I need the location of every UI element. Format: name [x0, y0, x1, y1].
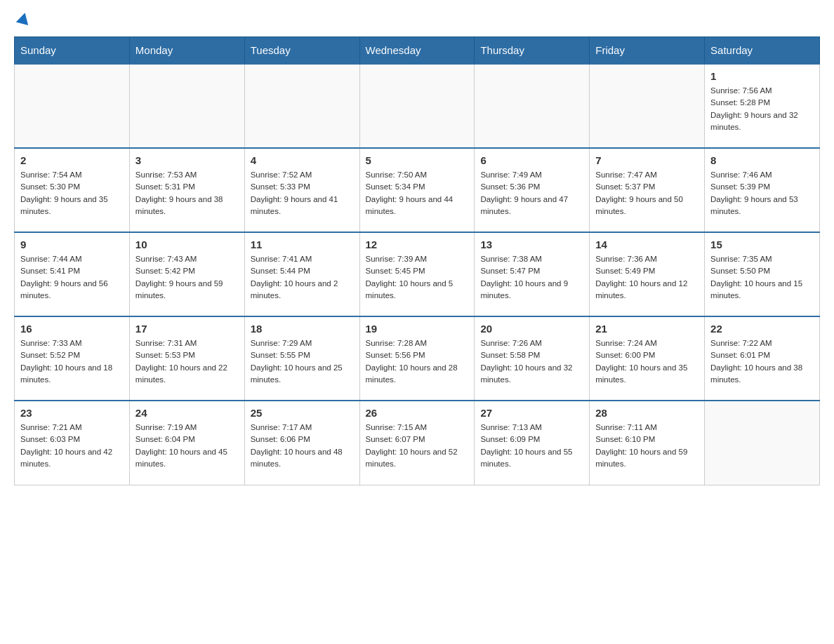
calendar-cell — [590, 64, 705, 148]
calendar-cell: 17Sunrise: 7:31 AMSunset: 5:53 PMDayligh… — [129, 316, 244, 401]
day-number: 24 — [135, 407, 239, 419]
calendar-cell — [359, 64, 475, 148]
calendar-cell: 16Sunrise: 7:33 AMSunset: 5:52 PMDayligh… — [15, 316, 130, 401]
day-sun-info: Sunrise: 7:19 AMSunset: 6:04 PMDaylight:… — [135, 422, 239, 470]
day-header-tuesday: Tuesday — [244, 37, 359, 65]
calendar-cell — [475, 64, 590, 148]
calendar-header-row: SundayMondayTuesdayWednesdayThursdayFrid… — [15, 37, 820, 65]
calendar-cell: 19Sunrise: 7:28 AMSunset: 5:56 PMDayligh… — [359, 316, 475, 401]
calendar-cell: 12Sunrise: 7:39 AMSunset: 5:45 PMDayligh… — [359, 232, 475, 316]
calendar-cell: 26Sunrise: 7:15 AMSunset: 6:07 PMDayligh… — [359, 401, 475, 485]
day-sun-info: Sunrise: 7:56 AMSunset: 5:28 PMDaylight:… — [710, 85, 814, 133]
day-sun-info: Sunrise: 7:53 AMSunset: 5:31 PMDaylight:… — [135, 169, 239, 217]
calendar-cell: 18Sunrise: 7:29 AMSunset: 5:55 PMDayligh… — [244, 316, 359, 401]
calendar-cell: 9Sunrise: 7:44 AMSunset: 5:41 PMDaylight… — [15, 232, 130, 316]
week-row-1: 1Sunrise: 7:56 AMSunset: 5:28 PMDaylight… — [15, 64, 820, 148]
day-number: 12 — [366, 239, 469, 250]
calendar-cell: 2Sunrise: 7:54 AMSunset: 5:30 PMDaylight… — [15, 148, 130, 232]
day-sun-info: Sunrise: 7:36 AMSunset: 5:49 PMDaylight:… — [595, 253, 699, 302]
calendar-cell: 8Sunrise: 7:46 AMSunset: 5:39 PMDaylight… — [705, 148, 820, 232]
calendar-cell: 25Sunrise: 7:17 AMSunset: 6:06 PMDayligh… — [244, 401, 359, 485]
day-number: 2 — [20, 154, 124, 166]
day-sun-info: Sunrise: 7:26 AMSunset: 5:58 PMDaylight:… — [480, 337, 583, 386]
calendar-cell: 11Sunrise: 7:41 AMSunset: 5:44 PMDayligh… — [244, 232, 359, 316]
day-header-monday: Monday — [129, 37, 244, 65]
calendar-cell: 7Sunrise: 7:47 AMSunset: 5:37 PMDaylight… — [590, 148, 705, 232]
logo — [14, 14, 29, 25]
day-sun-info: Sunrise: 7:46 AMSunset: 5:39 PMDaylight:… — [710, 169, 814, 217]
day-number: 17 — [135, 323, 239, 335]
day-number: 16 — [20, 323, 124, 335]
calendar-cell — [15, 64, 130, 148]
day-sun-info: Sunrise: 7:33 AMSunset: 5:52 PMDaylight:… — [20, 337, 124, 386]
day-sun-info: Sunrise: 7:54 AMSunset: 5:30 PMDaylight:… — [20, 169, 124, 217]
week-row-2: 2Sunrise: 7:54 AMSunset: 5:30 PMDaylight… — [15, 148, 820, 232]
calendar-cell: 20Sunrise: 7:26 AMSunset: 5:58 PMDayligh… — [475, 316, 590, 401]
calendar-cell: 4Sunrise: 7:52 AMSunset: 5:33 PMDaylight… — [244, 148, 359, 232]
day-number: 10 — [135, 239, 239, 250]
day-number: 23 — [20, 407, 124, 419]
calendar-cell — [244, 64, 359, 148]
day-number: 7 — [595, 154, 699, 166]
day-number: 25 — [251, 407, 354, 419]
day-sun-info: Sunrise: 7:29 AMSunset: 5:55 PMDaylight:… — [251, 337, 354, 386]
day-number: 18 — [251, 323, 354, 335]
day-number: 1 — [710, 70, 814, 82]
calendar-cell: 3Sunrise: 7:53 AMSunset: 5:31 PMDaylight… — [129, 148, 244, 232]
day-sun-info: Sunrise: 7:47 AMSunset: 5:37 PMDaylight:… — [595, 169, 699, 217]
day-number: 5 — [366, 154, 469, 166]
week-row-5: 23Sunrise: 7:21 AMSunset: 6:03 PMDayligh… — [15, 401, 820, 485]
day-header-sunday: Sunday — [15, 37, 130, 65]
calendar-cell: 13Sunrise: 7:38 AMSunset: 5:47 PMDayligh… — [475, 232, 590, 316]
day-sun-info: Sunrise: 7:28 AMSunset: 5:56 PMDaylight:… — [366, 337, 469, 386]
calendar-cell: 10Sunrise: 7:43 AMSunset: 5:42 PMDayligh… — [129, 232, 244, 316]
day-number: 8 — [710, 154, 814, 166]
day-sun-info: Sunrise: 7:31 AMSunset: 5:53 PMDaylight:… — [135, 337, 239, 386]
day-sun-info: Sunrise: 7:44 AMSunset: 5:41 PMDaylight:… — [20, 253, 124, 302]
calendar-cell: 14Sunrise: 7:36 AMSunset: 5:49 PMDayligh… — [590, 232, 705, 316]
day-number: 9 — [20, 239, 124, 250]
day-sun-info: Sunrise: 7:11 AMSunset: 6:10 PMDaylight:… — [595, 422, 699, 470]
calendar-cell: 15Sunrise: 7:35 AMSunset: 5:50 PMDayligh… — [705, 232, 820, 316]
day-header-thursday: Thursday — [475, 37, 590, 65]
day-number: 19 — [366, 323, 469, 335]
day-sun-info: Sunrise: 7:22 AMSunset: 6:01 PMDaylight:… — [710, 337, 814, 386]
day-header-saturday: Saturday — [705, 37, 820, 65]
day-sun-info: Sunrise: 7:38 AMSunset: 5:47 PMDaylight:… — [480, 253, 583, 302]
day-sun-info: Sunrise: 7:13 AMSunset: 6:09 PMDaylight:… — [480, 422, 583, 470]
day-sun-info: Sunrise: 7:35 AMSunset: 5:50 PMDaylight:… — [710, 253, 814, 302]
day-sun-info: Sunrise: 7:52 AMSunset: 5:33 PMDaylight:… — [251, 169, 354, 217]
day-sun-info: Sunrise: 7:24 AMSunset: 6:00 PMDaylight:… — [595, 337, 699, 386]
day-number: 4 — [251, 154, 354, 166]
calendar-cell: 5Sunrise: 7:50 AMSunset: 5:34 PMDaylight… — [359, 148, 475, 232]
day-number: 13 — [480, 239, 583, 250]
week-row-3: 9Sunrise: 7:44 AMSunset: 5:41 PMDaylight… — [15, 232, 820, 316]
calendar-cell — [129, 64, 244, 148]
calendar-cell: 23Sunrise: 7:21 AMSunset: 6:03 PMDayligh… — [15, 401, 130, 485]
day-number: 20 — [480, 323, 583, 335]
day-number: 21 — [595, 323, 699, 335]
day-sun-info: Sunrise: 7:15 AMSunset: 6:07 PMDaylight:… — [366, 422, 469, 470]
day-header-friday: Friday — [590, 37, 705, 65]
day-number: 3 — [135, 154, 239, 166]
day-sun-info: Sunrise: 7:49 AMSunset: 5:36 PMDaylight:… — [480, 169, 583, 217]
calendar-cell: 21Sunrise: 7:24 AMSunset: 6:00 PMDayligh… — [590, 316, 705, 401]
calendar-cell: 1Sunrise: 7:56 AMSunset: 5:28 PMDaylight… — [705, 64, 820, 148]
day-sun-info: Sunrise: 7:21 AMSunset: 6:03 PMDaylight:… — [20, 422, 124, 470]
calendar-table: SundayMondayTuesdayWednesdayThursdayFrid… — [14, 36, 820, 485]
day-number: 22 — [710, 323, 814, 335]
day-sun-info: Sunrise: 7:43 AMSunset: 5:42 PMDaylight:… — [135, 253, 239, 302]
day-sun-info: Sunrise: 7:50 AMSunset: 5:34 PMDaylight:… — [366, 169, 469, 217]
page-header — [14, 14, 820, 25]
day-number: 27 — [480, 407, 583, 419]
calendar-cell: 6Sunrise: 7:49 AMSunset: 5:36 PMDaylight… — [475, 148, 590, 232]
day-number: 26 — [366, 407, 469, 419]
day-number: 11 — [251, 239, 354, 250]
day-sun-info: Sunrise: 7:17 AMSunset: 6:06 PMDaylight:… — [251, 422, 354, 470]
calendar-cell: 22Sunrise: 7:22 AMSunset: 6:01 PMDayligh… — [705, 316, 820, 401]
calendar-cell: 28Sunrise: 7:11 AMSunset: 6:10 PMDayligh… — [590, 401, 705, 485]
day-sun-info: Sunrise: 7:41 AMSunset: 5:44 PMDaylight:… — [251, 253, 354, 302]
day-number: 6 — [480, 154, 583, 166]
calendar-cell: 24Sunrise: 7:19 AMSunset: 6:04 PMDayligh… — [129, 401, 244, 485]
week-row-4: 16Sunrise: 7:33 AMSunset: 5:52 PMDayligh… — [15, 316, 820, 401]
